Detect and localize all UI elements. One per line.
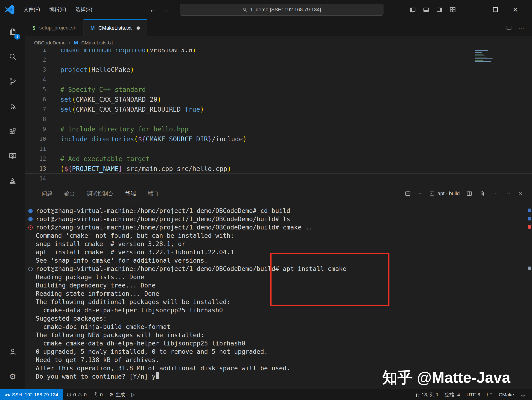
terminal-line: Reading package lists... Done [25, 273, 532, 281]
activity-settings[interactable]: ⚙ [0, 364, 25, 389]
command-decoration-run[interactable] [25, 265, 36, 273]
activity-search[interactable] [0, 44, 25, 69]
toggle-panel-icon[interactable] [423, 6, 429, 13]
code-line-12[interactable]: 12# Add executable target [25, 154, 532, 164]
activity-extensions[interactable] [0, 119, 25, 144]
command-decoration-ok[interactable] [25, 215, 36, 223]
notifications-button[interactable] [517, 389, 529, 400]
minimap[interactable] [475, 50, 497, 63]
customize-layout-icon[interactable] [450, 6, 456, 13]
terminal-cursor [156, 372, 159, 379]
code-line-8[interactable]: 8 [25, 114, 532, 124]
remote-indicator[interactable]: >< SSH: 192.168.79.134 [0, 389, 63, 400]
encoding-setting[interactable]: UTF-8 [463, 389, 483, 400]
indentation-setting[interactable]: 空格: 4 [442, 389, 463, 400]
warning-icon: ⚠ [78, 392, 82, 397]
menu-edit[interactable]: 编辑(E) [45, 4, 71, 15]
panel-more-actions-icon[interactable]: ··· [492, 190, 499, 197]
code-line-13[interactable]: 13(${PROJECT_NAME} src/main.cpp src/hell… [25, 164, 532, 174]
nav-forward-icon[interactable]: → [162, 6, 169, 13]
cursor-position[interactable]: 行 13, 列 1 [412, 389, 442, 400]
terminal-selector[interactable]: apt - build [429, 191, 460, 197]
close-panel-icon[interactable] [518, 191, 524, 197]
activity-run-debug[interactable] [0, 94, 25, 119]
line-number: 8 [25, 114, 60, 124]
command-decoration-none [25, 273, 36, 281]
code-editor[interactable]: 1cmake_minimum_required(VERSION 3.0)23pr… [25, 49, 532, 185]
terminal-line: apt install cmake # version 3.22.1-1ubun… [25, 248, 532, 256]
command-decoration-none [25, 331, 36, 339]
panel-tab-ports[interactable]: 端口 [142, 185, 165, 202]
chevron-up-icon[interactable] [506, 191, 511, 196]
command-decoration-ok[interactable] [25, 207, 36, 215]
window-close-button[interactable]: × [507, 0, 523, 19]
line-number: 3 [25, 65, 60, 75]
code-line-14[interactable]: 14 [25, 174, 532, 184]
code-line-10[interactable]: 10include_directories(${CMAKE_SOURCE_DIR… [25, 134, 532, 144]
chevron-down-icon[interactable] [418, 191, 423, 196]
code-text: # Add executable target [60, 154, 150, 164]
activity-explorer[interactable]: 1 [0, 19, 25, 44]
code-line-7[interactable]: 7set(CMAKE_CXX_STANDARD_REQUIRED True) [25, 105, 532, 114]
modified-dot-icon[interactable] [137, 26, 140, 30]
menu-more[interactable]: ··· [97, 6, 111, 13]
command-decoration-none [25, 256, 36, 265]
terminal-text: Reading state information... Done [36, 289, 159, 298]
vscode-logo [5, 5, 15, 15]
code-line-6[interactable]: 6set(CMAKE_CXX_STANDARD 20) [25, 95, 532, 105]
code-line-1[interactable]: 1cmake_minimum_required(VERSION 3.0) [25, 49, 532, 55]
split-editor-icon[interactable] [506, 25, 512, 31]
breadcrumb-folder[interactable]: OBCodeDemo [34, 40, 66, 46]
toggle-sidebar-icon[interactable] [410, 6, 416, 13]
menu-file[interactable]: 文件(F) [19, 4, 45, 15]
terminal-line: Reading state information... Done [25, 289, 532, 298]
command-decoration-none [25, 289, 36, 298]
eol-setting[interactable]: LF [483, 389, 496, 400]
activity-remote-explorer[interactable] [0, 144, 25, 169]
editor-more-actions-icon[interactable]: ··· [518, 24, 524, 31]
command-decoration-err[interactable]: ✕ [25, 223, 36, 231]
command-center-search[interactable]: 1_demo [SSH: 192.168.79.134] [180, 4, 383, 16]
code-line-11[interactable]: 11 [25, 144, 532, 154]
language-mode[interactable]: CMake [495, 389, 517, 400]
activity-source-control[interactable] [0, 69, 25, 94]
code-line-4[interactable]: 4 [25, 75, 532, 85]
tab-setup-project-sh[interactable]: $ setup_project.sh [25, 19, 84, 36]
launch-button[interactable]: ▷ [128, 389, 139, 400]
nav-back-icon[interactable]: ← [149, 6, 156, 13]
problems-indicator[interactable]: 0 ⚠ 0 [63, 389, 90, 400]
cmake-build-button[interactable]: ⚙ 生成 [106, 389, 128, 400]
menu-selection[interactable]: 选择(S) [71, 4, 97, 15]
terminal-text: cmake cmake-data dh-elpa-helper libjsonc… [36, 339, 245, 348]
toggle-secondary-sidebar-icon[interactable] [436, 6, 443, 13]
panel-tab-problems[interactable]: 问题 [36, 185, 58, 202]
code-line-9[interactable]: 9# Include directory for hello.hpp [25, 124, 532, 134]
activity-cmake-tools[interactable] [0, 169, 25, 193]
terminal-line: cmake-doc ninja-build cmake-format [25, 323, 532, 331]
code-line-5[interactable]: 5# Specify C++ standard [25, 85, 532, 95]
activity-account[interactable] [0, 339, 25, 364]
trash-icon[interactable] [479, 190, 486, 197]
play-icon: ▷ [132, 392, 135, 397]
terminal-line: cmake cmake-data dh-elpa-helper libjsonc… [25, 339, 532, 348]
panel-tab-terminal[interactable]: 终端 [119, 185, 142, 202]
split-terminal-icon[interactable] [466, 190, 473, 197]
panel-tab-debug-console[interactable]: 调试控制台 [81, 185, 119, 202]
panel-layout-icon[interactable] [405, 190, 411, 197]
code-line-3[interactable]: 3project(HelloCMake) [25, 65, 532, 75]
command-decoration-none [25, 339, 36, 348]
breadcrumb-file[interactable]: CMakeLists.txt [81, 40, 113, 46]
tab-cmakelists-txt[interactable]: M CMakeLists.txt [84, 19, 147, 36]
window-maximize-button[interactable] [488, 0, 503, 19]
terminal-view[interactable]: root@zhang-virtual-machine:/home/project… [25, 202, 532, 389]
command-decoration-none [25, 348, 36, 356]
command-decoration-none [25, 356, 36, 364]
bell-icon [520, 392, 526, 397]
window-minimize-button[interactable]: — [473, 0, 488, 19]
terminal-text: The following additional packages will b… [36, 298, 230, 306]
editor-tab-bar: $ setup_project.sh M CMakeLists.txt ··· [25, 19, 532, 36]
code-line-2[interactable]: 2 [25, 55, 532, 65]
terminal-line: Command 'cmake' not found, but can be in… [25, 231, 532, 240]
ports-indicator[interactable]: 0 [90, 389, 106, 400]
panel-tab-output[interactable]: 输出 [58, 185, 81, 202]
